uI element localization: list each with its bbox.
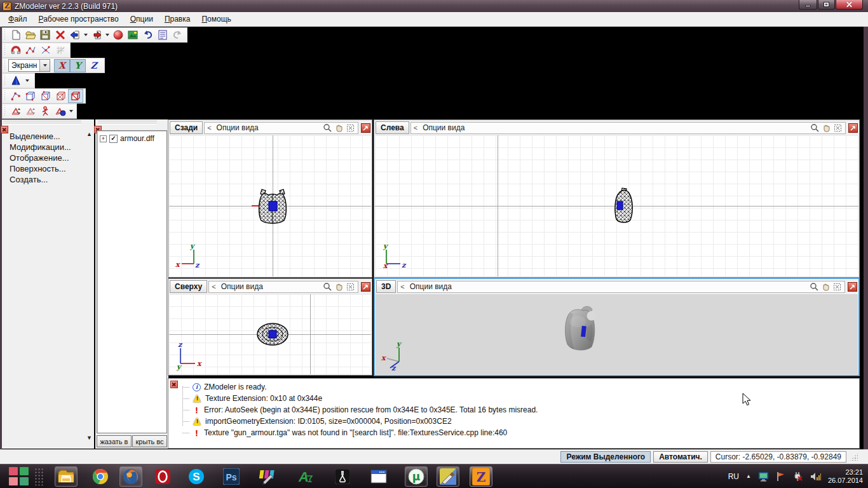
viewport-top-options-bar[interactable]: < Опции вида (208, 281, 358, 293)
combobox-arrow-icon[interactable] (39, 60, 50, 71)
pan-hand-icon[interactable] (334, 123, 344, 133)
hide-all-button[interactable]: крыть вс (132, 435, 167, 447)
viewport-maximize-button[interactable] (848, 282, 857, 292)
grid-snap-button[interactable] (53, 43, 68, 57)
delete-button[interactable] (53, 28, 67, 42)
panel-grip[interactable] (3, 123, 81, 125)
resize-grip[interactable] (850, 453, 858, 461)
viewport-back[interactable]: Сзади < Опции вида y x (168, 119, 372, 278)
level-polygons-button[interactable] (38, 89, 53, 103)
viewport-top-label-button[interactable]: Сверху (170, 280, 207, 293)
toolbar-grip[interactable] (4, 105, 6, 117)
axis-y-button[interactable]: Y (70, 59, 86, 72)
view-options-label[interactable]: Опции вида (221, 282, 263, 291)
edges-intersect-button[interactable] (38, 43, 53, 57)
axis-z-button[interactable]: Z (86, 59, 102, 72)
menu-help[interactable]: Помощь (196, 13, 236, 25)
menu-workspace[interactable]: Рабочее пространство (33, 13, 125, 25)
viewport-back-label-button[interactable]: Сзади (170, 121, 203, 134)
taskbar-item-utorrent[interactable]: µ (405, 466, 428, 487)
menu-edit[interactable]: Правка (159, 13, 196, 25)
select-decrease-button[interactable] (23, 104, 37, 118)
collapse-icon[interactable]: < (207, 124, 211, 132)
toolbar-grip[interactable] (4, 75, 6, 86)
log-row[interactable]: ! Texture Extension: 0x10 at 0x344e (182, 393, 857, 404)
taskbar-item-explorer[interactable] (55, 466, 78, 487)
power-plug-icon[interactable] (792, 471, 803, 482)
viewport-left-options-bar[interactable]: < Опции вида (410, 122, 846, 134)
save-button[interactable] (38, 28, 53, 42)
taskbar-item-firefox[interactable] (119, 466, 142, 487)
new-file-button[interactable] (8, 28, 23, 42)
bind-pose-button[interactable] (53, 104, 67, 118)
toolbar-grip[interactable] (4, 90, 6, 102)
log-row[interactable]: ! Texture "gun_armour.tga" was not found… (182, 427, 857, 438)
redo-button[interactable] (170, 28, 185, 42)
viewport-3d-canvas[interactable]: y x z (376, 294, 858, 374)
open-file-button[interactable] (23, 28, 37, 42)
level-edges-button[interactable] (24, 89, 39, 103)
material-editor-button[interactable] (111, 28, 125, 42)
taskbar-item-skype[interactable]: S (185, 466, 208, 487)
maximize-button[interactable] (818, 0, 835, 10)
audio-tray-icon[interactable] (810, 471, 821, 482)
network-tray-icon[interactable] (758, 471, 770, 482)
scroll-down-icon[interactable]: ▼ (85, 433, 93, 442)
export-button[interactable] (89, 28, 104, 42)
viewport-left-canvas[interactable]: y x z (375, 135, 858, 276)
taskbar-item-window-app[interactable] (367, 466, 390, 487)
toolbar-grip[interactable] (4, 60, 6, 71)
toolbar-grip[interactable] (4, 29, 6, 41)
export-dropdown[interactable] (104, 28, 111, 42)
level-mesh-button[interactable] (53, 89, 69, 103)
log-row[interactable]: i ZModeler is ready. (182, 381, 857, 393)
selection-dropdown[interactable] (67, 104, 74, 118)
start-button[interactable] (9, 467, 29, 486)
collapse-icon[interactable]: < (414, 124, 417, 132)
viewport-3d-options-bar[interactable]: < Опции вида (397, 281, 845, 293)
log-row[interactable]: ! importGeometryExtension: ID:0105, size… (182, 416, 857, 427)
fit-view-icon[interactable] (346, 123, 355, 133)
sidebar-item-display[interactable]: Отображение... (10, 152, 71, 163)
taskbar-item-zmodeler[interactable]: Z (470, 466, 492, 487)
viewport-back-canvas[interactable]: y x z (169, 135, 371, 276)
tray-clock[interactable]: 23:21 26.07.2014 (828, 468, 863, 485)
menu-file[interactable]: Файл (3, 13, 33, 25)
zoom-icon[interactable] (323, 123, 332, 133)
space-combobox[interactable]: Экранн (8, 59, 50, 72)
taskbar-item-chrome[interactable] (89, 466, 112, 487)
level-object-button[interactable] (68, 89, 83, 103)
viewport-left-label-button[interactable]: Слева (376, 121, 409, 134)
tree-item-label[interactable]: armour.dff (120, 134, 154, 143)
fit-view-icon[interactable] (832, 282, 842, 292)
pan-hand-icon[interactable] (334, 282, 344, 292)
show-all-button[interactable]: жазать в (97, 435, 132, 447)
sidebar-item-modifiers[interactable]: Модификации... (10, 142, 71, 152)
action-center-flag-icon[interactable] (776, 471, 785, 482)
sidebar-item-create[interactable]: Создать... (10, 174, 71, 185)
pan-hand-icon[interactable] (821, 282, 831, 292)
zoom-icon[interactable] (810, 282, 819, 292)
viewport-left[interactable]: Слева < Опции вида y x z (374, 119, 860, 278)
viewport-maximize-button[interactable] (361, 282, 370, 292)
view-options-label[interactable]: Опции вида (217, 123, 259, 132)
create-primitive-button[interactable] (8, 74, 24, 88)
collapse-icon[interactable]: < (212, 283, 215, 290)
taskbar-item-txd-workshop[interactable] (437, 466, 459, 487)
viewport-back-options-bar[interactable]: < Опции вида (204, 122, 358, 134)
axis-x-button[interactable]: X (54, 59, 70, 72)
view-options-label[interactable]: Опции вида (410, 282, 452, 291)
import-dropdown[interactable] (83, 28, 90, 42)
taskbar-item-photofiltre[interactable] (256, 466, 279, 487)
fit-view-icon[interactable] (833, 123, 843, 133)
fit-view-icon[interactable] (346, 282, 355, 292)
auto-mode-button[interactable]: Автоматич. (653, 451, 708, 463)
sidebar-item-selection[interactable]: Выделение... (10, 131, 71, 142)
vertex-weld-button[interactable] (23, 43, 38, 57)
zoom-icon[interactable] (323, 282, 332, 292)
collapse-icon[interactable]: < (400, 283, 404, 290)
scroll-up-icon[interactable]: ▲ (85, 130, 93, 138)
selection-mode-button[interactable]: Режим Выделенного (560, 451, 651, 463)
environment-button[interactable] (126, 28, 140, 42)
viewport-3d[interactable]: 3D < Опции вида y x (374, 278, 860, 376)
